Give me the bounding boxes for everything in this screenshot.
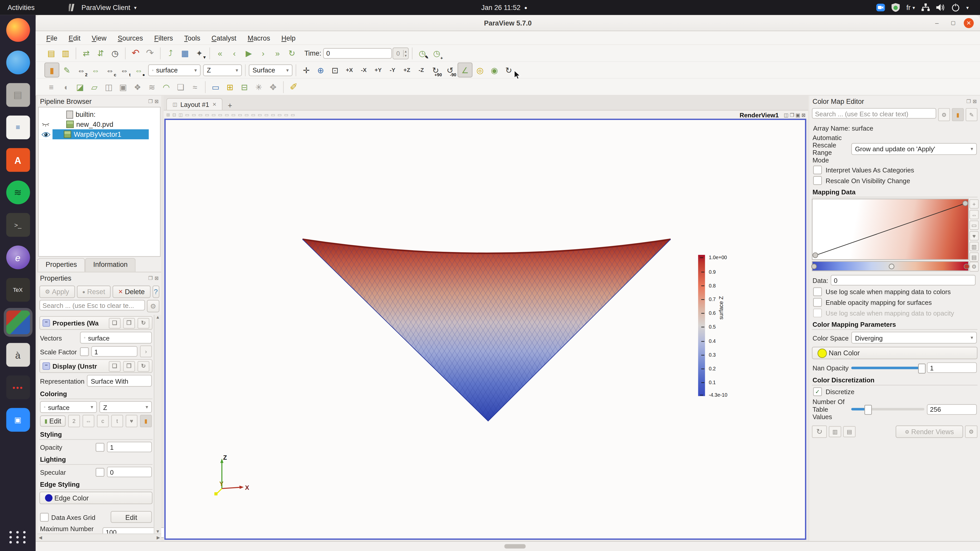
render-views-button[interactable]: ⚙ Render Views xyxy=(896,426,963,438)
save-as-default-button[interactable]: ▥ xyxy=(829,426,841,437)
scroll-down-icon[interactable]: ▼ xyxy=(156,529,160,534)
nan-opacity-input[interactable] xyxy=(927,362,977,373)
rescale-button[interactable]: 2 xyxy=(68,415,80,427)
table-values-slider[interactable] xyxy=(851,408,924,411)
reset-session-button[interactable]: ◷ xyxy=(108,46,122,60)
rotate-90-ccw-button[interactable]: ↺-90 xyxy=(443,63,457,77)
loop-button[interactable]: ↻ xyxy=(285,46,299,60)
discretize-checkbox[interactable]: ✓ xyxy=(813,387,822,396)
menu-edit[interactable]: Edit xyxy=(64,33,86,43)
network-icon[interactable] xyxy=(921,3,930,12)
gradient-handle-max[interactable] xyxy=(964,264,969,269)
scroll-right-icon[interactable]: ▶ xyxy=(157,535,160,540)
next-frame-button[interactable]: › xyxy=(256,46,270,60)
select-points-on-button[interactable]: ⊞ xyxy=(223,80,237,94)
rotate-90-cw-button[interactable]: ↻+90 xyxy=(429,63,442,77)
layout-tab[interactable]: ◫ Layout #1 ✕ xyxy=(166,98,223,110)
reset-camera-button[interactable]: ✛ xyxy=(299,63,313,77)
collapse-icon[interactable]: − xyxy=(43,319,50,327)
close-icon[interactable]: ⊠ xyxy=(155,98,159,104)
launcher-item-paraview[interactable] xyxy=(6,310,30,334)
volume-icon[interactable] xyxy=(936,3,945,12)
clock[interactable]: Jan 26 11:52 ● xyxy=(481,4,527,11)
opacity-mapping-checkbox[interactable] xyxy=(813,298,822,307)
nan-opacity-slider[interactable] xyxy=(851,367,924,369)
rescale-range-button[interactable]: ⇔ xyxy=(83,415,94,427)
rescale-time-button[interactable]: t xyxy=(111,415,123,427)
pipeline-item-builtin[interactable]: builtin: xyxy=(39,110,160,119)
tab-information[interactable]: Information xyxy=(85,258,135,272)
collapse-icon[interactable]: − xyxy=(43,362,50,370)
pipeline-item-label[interactable]: new_40.pvd xyxy=(76,121,113,128)
preset-icon[interactable]: ♥ xyxy=(969,231,979,241)
camera-adjust-button[interactable]: ◷✎ xyxy=(415,46,429,60)
pipeline-item-warpbyvector1[interactable]: WarpByVector1 xyxy=(39,129,149,139)
view-minus-x-button[interactable]: -X xyxy=(357,63,371,77)
opacity-checkbox[interactable] xyxy=(96,443,104,451)
camera-app-icon[interactable] xyxy=(877,3,885,12)
properties-panel-header[interactable]: Properties ❐⊠ xyxy=(38,272,161,284)
launcher-item-files[interactable]: ▤ xyxy=(6,83,30,107)
close-icon[interactable]: ⊠ xyxy=(155,275,159,281)
launcher-item-emacs[interactable]: e xyxy=(6,245,30,269)
visibility-toggle[interactable] xyxy=(39,121,52,127)
ruler-button[interactable]: ✐ xyxy=(287,80,301,94)
show-legend-button[interactable]: ▮ xyxy=(140,415,152,427)
scale-factor-checkbox[interactable] xyxy=(80,347,89,356)
split-horizontal-icon[interactable]: ◫ xyxy=(784,112,789,118)
copy-icon[interactable]: ❏ xyxy=(109,361,121,372)
minimize-button[interactable]: – xyxy=(931,17,942,28)
load-icon[interactable]: ▤ xyxy=(969,252,979,262)
connect-server-button[interactable]: ⇄ xyxy=(80,46,93,60)
gradient-handle-mid[interactable] xyxy=(889,264,894,269)
reload-icon[interactable]: ↻ xyxy=(138,361,150,372)
stream-tracer-button[interactable]: ≋ xyxy=(145,80,159,94)
color-map-editor-header[interactable]: Color Map Editor ❐⊠ xyxy=(812,96,977,107)
maximize-button[interactable]: ▢ xyxy=(948,17,959,28)
reset-button[interactable]: ●Reset xyxy=(76,286,111,298)
keyboard-layout-label[interactable]: fr xyxy=(907,4,911,11)
launcher-item-mail[interactable] xyxy=(6,51,30,74)
glyph-filter-button[interactable]: ❖ xyxy=(130,80,145,94)
view-plus-x-button[interactable]: +X xyxy=(342,63,356,77)
group-datasets-button[interactable]: ❏ xyxy=(174,80,188,94)
select-cells-on-button[interactable]: ▭ xyxy=(209,80,223,94)
clock-label[interactable]: Jan 26 11:52 xyxy=(481,4,520,11)
pick-center-button[interactable]: ◉ xyxy=(487,63,501,77)
section-display-header[interactable]: − Display (Unstr ❏ ❐ ↻ xyxy=(39,359,152,373)
save-data-button[interactable]: ▥ xyxy=(59,46,73,60)
undo-button[interactable]: ↶ xyxy=(129,46,142,60)
view-plus-z-button[interactable]: +Z xyxy=(400,63,414,77)
edit-colormap-button[interactable]: ✎ xyxy=(60,63,74,77)
interactive-select-button[interactable]: ✥ xyxy=(266,80,280,94)
edge-color-button[interactable]: Edge Color xyxy=(39,492,152,504)
activities-button[interactable]: Activities xyxy=(0,4,35,11)
paste-icon[interactable]: ❐ xyxy=(123,361,135,372)
slice-filter-button[interactable]: ▱ xyxy=(88,80,101,94)
palette-button[interactable]: ✦▾ xyxy=(192,46,206,60)
clip-filter-button[interactable]: ◪ xyxy=(73,80,87,94)
pipeline-item-label[interactable]: builtin: xyxy=(76,110,95,118)
app-indicator[interactable]: ParaView Client ▾ xyxy=(35,3,137,12)
redo-button[interactable]: ↷ xyxy=(143,46,157,60)
new-layout-tab-button[interactable]: + xyxy=(223,101,237,110)
view-minus-y-button[interactable]: -Y xyxy=(386,63,399,77)
launcher-item-firefox[interactable] xyxy=(6,18,30,42)
maximize-view-icon[interactable]: ▣ xyxy=(795,112,800,118)
rescale-custom-button[interactable]: c xyxy=(97,415,109,427)
vectors-combobox[interactable]: ◦surface xyxy=(80,332,152,344)
component-combobox[interactable]: Z▾ xyxy=(203,64,242,76)
pipeline-item-label[interactable]: WarpByVector1 xyxy=(74,130,121,138)
rescale-data-range-button[interactable]: ⇔2 xyxy=(74,63,88,77)
gradient-handle-min[interactable] xyxy=(811,264,817,269)
launcher-item-accent[interactable]: à xyxy=(6,343,30,367)
last-frame-button[interactable]: » xyxy=(270,46,284,60)
view-minus-z-button[interactable]: -Z xyxy=(414,63,428,77)
search-options-button[interactable]: ⚙ xyxy=(938,108,950,121)
rescale-over-time-button[interactable]: ⇔● xyxy=(132,63,146,77)
scale-factor-input[interactable] xyxy=(91,346,138,357)
rescale-visibility-checkbox[interactable] xyxy=(813,176,822,185)
undock-icon[interactable]: ❐ xyxy=(148,98,153,104)
close-tab-icon[interactable]: ✕ xyxy=(212,102,216,107)
menu-tools[interactable]: Tools xyxy=(179,33,205,43)
